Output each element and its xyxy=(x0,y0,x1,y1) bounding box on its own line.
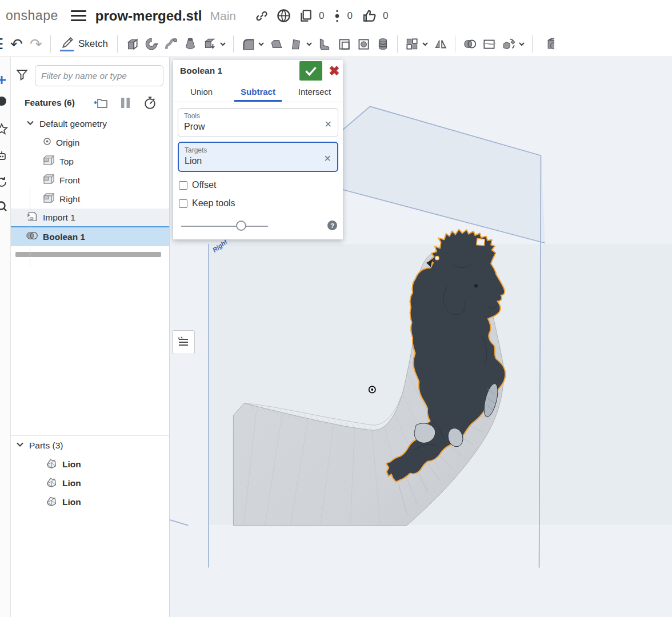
plane-icon xyxy=(43,174,55,187)
main-menu-icon[interactable] xyxy=(71,7,86,24)
tree-guide-line xyxy=(30,187,30,266)
feature-row-top[interactable]: Top xyxy=(11,152,169,171)
part-row-0[interactable]: Lion xyxy=(11,455,169,474)
clear-selection-icon[interactable]: ✕ xyxy=(325,119,332,130)
mesh-part-icon xyxy=(45,476,58,491)
pause-icon[interactable] xyxy=(121,97,130,109)
part-row-1[interactable]: Lion xyxy=(11,474,169,492)
feature-row-origin[interactable]: Origin xyxy=(11,133,169,152)
targets-field[interactable]: TargetsLion ✕ xyxy=(178,142,338,172)
chevron-down-icon[interactable] xyxy=(422,34,430,54)
chevron-down-icon[interactable] xyxy=(219,34,227,54)
versions-icon[interactable] xyxy=(298,9,313,23)
plane-icon xyxy=(43,193,55,206)
top-bar: onshape prow-merged.stl Main 0 0 0 xyxy=(0,0,672,31)
parts-panel: Parts (3) Lion Lion Lion xyxy=(11,435,169,511)
tab-intersect[interactable]: Intersect xyxy=(286,82,343,102)
tool-revolve-button[interactable] xyxy=(142,34,161,54)
tool-redo-button[interactable]: ↷ xyxy=(26,34,46,54)
filter-icon xyxy=(15,68,29,84)
history-icon[interactable] xyxy=(0,175,9,189)
chevron-down-icon[interactable] xyxy=(306,34,314,54)
toolbar-divider xyxy=(532,35,533,53)
check-icon xyxy=(305,66,317,76)
tool-split-button[interactable] xyxy=(479,34,499,54)
assistant-icon[interactable] xyxy=(0,149,9,163)
origin-icon xyxy=(43,137,51,148)
tool-cylinder-button[interactable] xyxy=(373,34,393,54)
tool-extrude-button[interactable] xyxy=(122,34,142,54)
timer-icon[interactable] xyxy=(143,95,157,110)
workspace-name[interactable]: Main xyxy=(210,9,236,23)
keep-tools-checkbox[interactable]: Keep tools xyxy=(179,198,337,209)
tool-partial-button[interactable] xyxy=(537,34,557,54)
parts-header-row[interactable]: Parts (3) xyxy=(11,436,169,455)
sketch-button[interactable]: Sketch xyxy=(55,34,113,54)
opacity-slider[interactable] xyxy=(181,226,268,227)
feature-row-import-1[interactable]: Import 1 xyxy=(11,209,169,227)
left-dock-strip xyxy=(0,57,11,617)
tool-thicken-button[interactable] xyxy=(200,34,219,54)
feature-row-boolean-1[interactable]: Boolean 1 xyxy=(11,227,169,246)
graphics-viewport[interactable]: Right xyxy=(170,57,672,617)
tool-hole-button[interactable] xyxy=(354,34,373,54)
plane-icon xyxy=(43,155,55,168)
tool-boolean-button[interactable] xyxy=(460,34,479,54)
feature-row-default-geometry[interactable]: Default geometry xyxy=(11,114,169,133)
boolean-icon xyxy=(26,231,38,242)
share-link-icon[interactable] xyxy=(254,9,269,23)
add-icon[interactable] xyxy=(0,73,9,87)
tool-draft-button[interactable] xyxy=(286,34,306,54)
feature-row-front[interactable]: Front xyxy=(11,171,169,190)
tool-undo-button[interactable]: ↶ xyxy=(7,34,26,54)
search-icon[interactable] xyxy=(0,199,9,213)
contrast-icon[interactable] xyxy=(0,94,9,108)
star-icon[interactable] xyxy=(0,122,9,136)
onshape-logo: onshape xyxy=(6,8,58,23)
tool-loft-button[interactable] xyxy=(181,34,200,54)
toolbar-divider xyxy=(397,35,398,53)
document-title: prow-merged.stl xyxy=(95,8,202,24)
crown-hole-small xyxy=(435,256,439,260)
likes-icon[interactable] xyxy=(362,8,377,23)
pencil-icon xyxy=(60,35,75,53)
rollback-bar[interactable] xyxy=(15,252,161,257)
slider-thumb[interactable] xyxy=(236,221,246,231)
toolbar-divider xyxy=(233,35,234,53)
tab-union[interactable]: Union xyxy=(173,82,230,102)
branches-icon[interactable] xyxy=(333,9,341,23)
tools-field[interactable]: ToolsProw ✕ xyxy=(178,108,338,137)
tool-sweep-button[interactable] xyxy=(161,34,181,54)
checkbox-icon[interactable] xyxy=(179,199,187,208)
public-globe-icon[interactable] xyxy=(276,8,291,23)
part-row-2[interactable]: Lion xyxy=(11,492,169,511)
tab-subtract[interactable]: Subtract xyxy=(230,82,286,102)
import-icon xyxy=(26,210,38,225)
chevron-down-icon[interactable] xyxy=(518,34,526,54)
tool-chamfer-button[interactable] xyxy=(267,34,286,54)
tool-pattern-button[interactable] xyxy=(402,34,422,54)
reject-button[interactable]: ✖ xyxy=(326,61,343,81)
accept-button[interactable] xyxy=(299,61,322,81)
origin-marker[interactable] xyxy=(369,386,375,392)
tool-transform-button[interactable] xyxy=(499,34,518,54)
dialog-title: Boolean 1 xyxy=(180,66,222,76)
tool-mirror-button[interactable] xyxy=(431,34,450,54)
toolbar-divider xyxy=(455,35,455,53)
filter-input[interactable] xyxy=(35,65,163,86)
chevron-down-icon[interactable] xyxy=(258,34,266,54)
tool-rib-button[interactable] xyxy=(315,34,334,54)
add-folder-icon[interactable] xyxy=(93,97,108,109)
boolean-dialog: Boolean 1 ✖ UnionSubtractIntersect Tools… xyxy=(173,60,343,239)
offset-checkbox[interactable]: Offset xyxy=(179,180,337,190)
tool-shell-button[interactable] xyxy=(334,34,354,54)
feature-row-right[interactable]: Right xyxy=(11,190,169,209)
clear-selection-icon[interactable]: ✕ xyxy=(324,153,331,164)
feature-list-toggle-button[interactable] xyxy=(172,330,195,354)
toolbar-divider xyxy=(117,35,118,53)
versions-count: 0 xyxy=(319,10,324,22)
tool-fillet-button[interactable] xyxy=(238,34,258,54)
checkbox-icon[interactable] xyxy=(179,181,187,190)
close-icon: ✖ xyxy=(329,63,339,78)
help-icon[interactable]: ? xyxy=(327,221,337,230)
